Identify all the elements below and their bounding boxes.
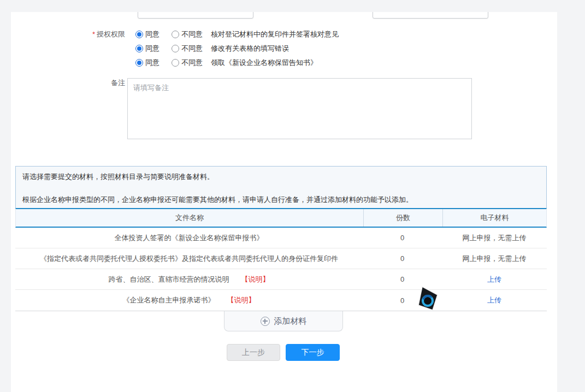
remark-label: 备注	[11, 78, 125, 88]
auth-row: 同意 不同意 修改有关表格的填写错误	[11, 41, 552, 56]
auth-desc-3: 领取《新设企业名称保留告知书》	[211, 58, 317, 68]
form-card: *授权权限 同意 不同意 核对登记材料中的复印件并签署核对意见 同意 不同意 修…	[11, 12, 557, 392]
auth-row: 同意 不同意 领取《新设企业名称保留告知书》	[11, 56, 552, 70]
remark-textarea[interactable]	[127, 78, 472, 139]
copies-count: 0	[363, 248, 442, 269]
auth-desc-2: 修改有关表格的填写错误	[211, 44, 289, 54]
table-row: 全体投资人签署的《新设企业名称保留申报书》 0 网上申报，无需上传	[15, 228, 547, 248]
materials-table-header: 文件名称 份数 电子材料	[15, 208, 547, 228]
radio-agree-3[interactable]	[135, 59, 143, 67]
radio-disagree-2-label[interactable]: 不同意	[181, 44, 203, 54]
radio-disagree-1-label[interactable]: 不同意	[181, 29, 203, 39]
file-name: 跨省、自治区、直辖市经营的情况说明	[109, 275, 229, 284]
materials-notice: 请选择需要提交的材料，按照材料目录与简要说明准备材料。 根据企业名称申报类型的不…	[15, 166, 547, 208]
header-file-name: 文件名称	[16, 209, 363, 227]
next-step-button[interactable]: 下一步	[286, 344, 340, 361]
header-electronic: 电子材料	[442, 209, 546, 227]
authorization-section: *授权权限 同意 不同意 核对登记材料中的复印件并签署核对意见 同意 不同意 修…	[11, 27, 552, 70]
table-row: 《企业名称自主申报承诺书》 【说明】 0 上传	[15, 290, 547, 311]
radio-agree-2-label[interactable]: 同意	[145, 44, 159, 54]
partial-input-right[interactable]	[373, 12, 488, 19]
notice-line-2: 根据企业名称申报类型的不同，企业名称申报还可能需要其他的材料，请申请人自行准备，…	[22, 195, 540, 205]
materials-table-body: 全体投资人签署的《新设企业名称保留申报书》 0 网上申报，无需上传 《指定代表或…	[15, 228, 547, 311]
electronic-status: 网上申报，无需上传	[442, 248, 547, 269]
table-row: 跨省、自治区、直辖市经营的情况说明 【说明】 0 上传	[15, 269, 547, 290]
table-row: 《指定代表或者共同委托代理人授权委托书》及指定代表或者共同委托代理人的身份证件复…	[15, 248, 547, 269]
auth-field-label: *授权权限	[11, 29, 125, 39]
auth-row: *授权权限 同意 不同意 核对登记材料中的复印件并签署核对意见	[11, 27, 552, 41]
radio-agree-1[interactable]	[135, 31, 143, 38]
electronic-status: 网上申报，无需上传	[442, 228, 547, 248]
note-link[interactable]: 【说明】	[241, 275, 270, 284]
upload-link[interactable]: 上传	[442, 269, 547, 289]
copies-count: 0	[363, 228, 442, 248]
auth-desc-1: 核对登记材料中的复印件并签署核对意见	[211, 29, 339, 39]
radio-disagree-3-label[interactable]: 不同意	[181, 58, 203, 68]
notice-line-1: 请选择需要提交的材料，按照材料目录与简要说明准备材料。	[22, 172, 540, 182]
radio-disagree-3[interactable]	[172, 59, 179, 67]
copies-count: 0	[363, 269, 442, 289]
radio-disagree-1[interactable]	[172, 31, 179, 38]
plus-circle-icon	[261, 317, 270, 326]
file-name: 《指定代表或者共同委托代理人授权委托书》及指定代表或者共同委托代理人的身份证件复…	[40, 254, 338, 264]
file-name: 《企业名称自主申报承诺书》	[123, 295, 215, 305]
partial-input-left[interactable]	[138, 12, 253, 19]
header-count: 份数	[363, 209, 442, 227]
upload-link[interactable]: 上传	[442, 290, 547, 311]
radio-disagree-2[interactable]	[172, 45, 179, 52]
note-link[interactable]: 【说明】	[227, 295, 256, 305]
radio-agree-1-label[interactable]: 同意	[145, 29, 159, 39]
file-name: 全体投资人签署的《新设企业名称保留申报书》	[115, 233, 264, 243]
copies-count: 0	[363, 290, 442, 311]
add-material-label: 添加材料	[274, 316, 307, 326]
radio-agree-3-label[interactable]: 同意	[145, 58, 159, 68]
radio-agree-2[interactable]	[135, 45, 143, 52]
prev-step-button[interactable]: 上一步	[227, 344, 280, 361]
add-material-button[interactable]: 添加材料	[224, 311, 343, 331]
required-asterisk: *	[92, 30, 95, 38]
